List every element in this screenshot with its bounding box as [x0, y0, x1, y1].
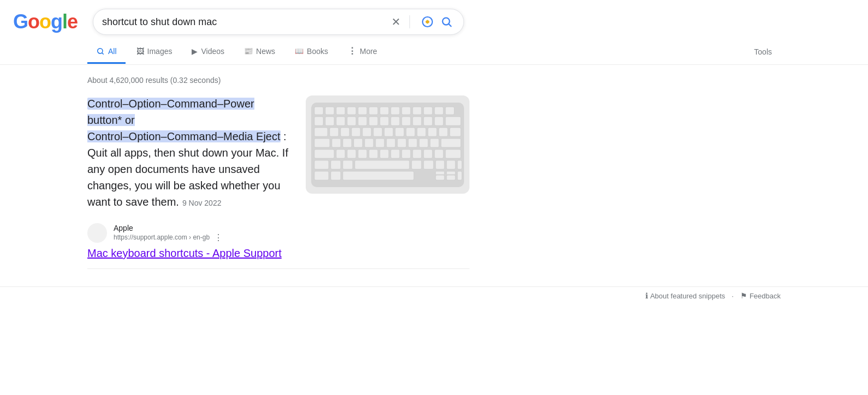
- svg-rect-14: [391, 107, 400, 115]
- results-main: About 4,620,000 results (0.32 seconds) C…: [87, 76, 469, 276]
- svg-rect-33: [314, 128, 328, 136]
- svg-rect-39: [384, 128, 393, 136]
- svg-rect-85: [447, 171, 455, 175]
- search-divider: [409, 15, 410, 28]
- svg-rect-78: [457, 160, 462, 169]
- svg-rect-81: [343, 171, 414, 180]
- results-count: About 4,620,000 results (0.32 seconds): [87, 76, 469, 85]
- tab-videos[interactable]: ▶ Videos: [183, 40, 233, 64]
- logo-letter-o2: o: [39, 10, 51, 33]
- svg-rect-15: [402, 107, 411, 115]
- logo-letter-o1: o: [28, 10, 39, 33]
- logo-letter-g2: g: [51, 10, 62, 33]
- svg-rect-16: [413, 107, 421, 115]
- svg-rect-30: [424, 117, 432, 125]
- svg-rect-55: [419, 139, 428, 147]
- svg-rect-31: [435, 117, 443, 125]
- svg-rect-75: [424, 160, 433, 169]
- tab-news[interactable]: 📰 News: [235, 40, 284, 64]
- svg-rect-80: [331, 171, 341, 180]
- svg-rect-37: [362, 128, 371, 136]
- svg-rect-83: [447, 175, 455, 180]
- svg-rect-67: [424, 149, 432, 158]
- results-area: About 4,620,000 results (0.32 seconds) C…: [0, 65, 868, 286]
- clear-button[interactable]: ✕: [389, 13, 403, 31]
- svg-rect-59: [336, 149, 345, 158]
- search-bar: shortcut to shut down mac ✕: [93, 9, 464, 35]
- tab-videos-label: Videos: [201, 47, 224, 56]
- featured-snippets-label: About featured snippets: [650, 292, 725, 300]
- source-name: Apple: [114, 224, 223, 232]
- tab-images[interactable]: 🖼 Images: [128, 40, 181, 64]
- svg-rect-82: [436, 175, 444, 180]
- svg-rect-26: [380, 117, 389, 125]
- source-row: Apple https://support.apple.com › en-gb …: [87, 223, 469, 243]
- featured-snippets-link[interactable]: ℹ About featured snippets: [645, 291, 725, 300]
- svg-rect-44: [439, 128, 448, 136]
- flag-icon: ⚑: [740, 291, 747, 300]
- source-info: Apple https://support.apple.com › en-gb …: [114, 224, 223, 243]
- search-button[interactable]: [438, 14, 455, 30]
- search-bar-wrapper: shortcut to shut down mac ✕: [93, 9, 464, 35]
- svg-rect-19: [445, 107, 454, 115]
- tab-all-label: All: [108, 47, 117, 56]
- svg-rect-36: [352, 128, 360, 136]
- svg-rect-66: [413, 149, 421, 158]
- svg-rect-46: [314, 139, 330, 147]
- svg-rect-20: [314, 117, 323, 125]
- svg-rect-12: [369, 107, 378, 115]
- svg-rect-58: [314, 149, 334, 158]
- snippet-text: Control–Option–Command–Power button* orC…: [87, 95, 288, 210]
- svg-rect-74: [412, 160, 421, 169]
- svg-rect-65: [402, 149, 411, 158]
- bottom-bar: ℹ About featured snippets · ⚑ Feedback: [0, 286, 868, 304]
- result-options-button[interactable]: ⋮: [214, 232, 223, 243]
- svg-rect-41: [406, 128, 415, 136]
- info-circle-icon: ℹ: [645, 291, 648, 300]
- header: Google shortcut to shut down mac ✕: [0, 0, 868, 39]
- svg-line-5: [102, 52, 104, 54]
- svg-rect-51: [376, 139, 384, 147]
- svg-rect-54: [408, 139, 417, 147]
- tab-images-label: Images: [147, 47, 173, 56]
- google-logo[interactable]: Google: [13, 10, 78, 33]
- svg-rect-62: [369, 149, 378, 158]
- svg-rect-48: [343, 139, 352, 147]
- svg-rect-28: [402, 117, 411, 125]
- tabs-nav: All 🖼 Images ▶ Videos 📰 News 📖 Books ⋮ M…: [0, 39, 868, 65]
- svg-rect-22: [336, 117, 345, 125]
- svg-rect-21: [325, 117, 334, 125]
- svg-rect-32: [445, 117, 461, 125]
- svg-rect-40: [395, 128, 404, 136]
- feedback-link[interactable]: ⚑ Feedback: [740, 291, 781, 300]
- result-link[interactable]: Mac keyboard shortcuts - Apple Support: [87, 247, 469, 260]
- svg-rect-56: [430, 139, 439, 147]
- svg-rect-34: [330, 128, 338, 136]
- logo-letter-l: l: [62, 10, 67, 33]
- svg-rect-23: [347, 117, 356, 125]
- tab-books-label: Books: [307, 47, 328, 56]
- tools-tab[interactable]: Tools: [745, 41, 781, 63]
- search-input[interactable]: shortcut to shut down mac: [102, 16, 389, 28]
- snippet-highlight: Control–Option–Command–Power button* orC…: [87, 98, 281, 142]
- svg-point-1: [426, 20, 429, 23]
- lens-button[interactable]: [417, 13, 438, 31]
- svg-rect-63: [380, 149, 389, 158]
- svg-rect-47: [332, 139, 341, 147]
- snippet-text-area: Control–Option–Command–Power button* orC…: [87, 95, 288, 210]
- svg-rect-10: [347, 107, 356, 115]
- books-icon: 📖: [295, 47, 304, 55]
- tab-books[interactable]: 📖 Books: [286, 40, 337, 64]
- svg-rect-38: [373, 128, 382, 136]
- svg-rect-8: [325, 107, 334, 115]
- lens-icon: [421, 15, 434, 28]
- svg-rect-43: [428, 128, 437, 136]
- more-dots-icon: ⋮: [348, 46, 356, 56]
- search-icon: [441, 16, 453, 28]
- svg-rect-9: [336, 107, 345, 115]
- tab-more[interactable]: ⋮ More: [339, 39, 386, 64]
- svg-rect-18: [435, 107, 443, 115]
- all-search-icon: [96, 47, 105, 56]
- source-url-text: https://support.apple.com › en-gb: [114, 234, 210, 241]
- tab-all[interactable]: All: [87, 40, 126, 64]
